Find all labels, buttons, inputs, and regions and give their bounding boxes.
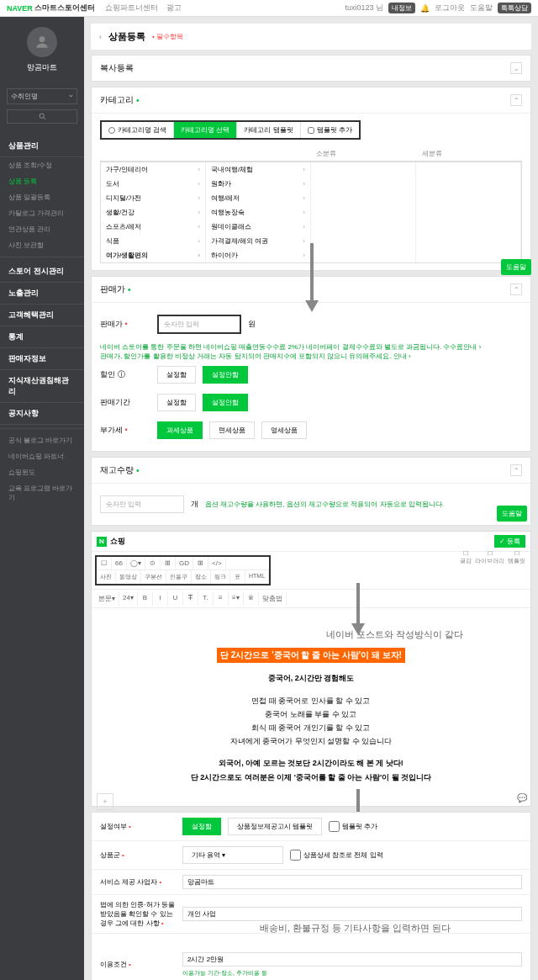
tab-search[interactable]: 카테고리명 검색: [102, 122, 174, 138]
help-button[interactable]: 도움말: [497, 506, 527, 522]
myinfo-badge[interactable]: 내정보: [388, 3, 415, 13]
add-block[interactable]: +: [97, 793, 113, 810]
toolbar-label[interactable]: 장소: [192, 570, 211, 584]
period-set[interactable]: 설정함: [157, 394, 196, 411]
search-input[interactable]: [7, 109, 77, 124]
category-item[interactable]: 원화카: [206, 177, 310, 191]
bell-icon[interactable]: 🔔: [420, 4, 430, 13]
category-item[interactable]: 생활/건강: [101, 205, 205, 220]
toolbar-label[interactable]: 구분선: [141, 570, 166, 584]
toolbar-label[interactable]: HTML: [245, 570, 269, 584]
toolbar-icon[interactable]: ☐: [97, 557, 112, 569]
category-item[interactable]: 가구/인테리어: [101, 162, 205, 177]
toolbar-format[interactable]: ※: [244, 591, 259, 606]
toolbar-format[interactable]: U: [168, 591, 183, 606]
category-item[interactable]: 디지털/가전: [101, 191, 205, 205]
toggle-icon[interactable]: ⌃: [510, 94, 522, 106]
category-item[interactable]: 여행농장숙: [206, 205, 310, 220]
category-item[interactable]: 식품: [101, 234, 205, 248]
menu-item[interactable]: 사진 보관함: [0, 237, 84, 253]
menu-group[interactable]: 상품관리: [0, 135, 84, 157]
logout-link[interactable]: 로그아웃: [435, 3, 465, 13]
toolbar-format[interactable]: ≡: [214, 591, 229, 606]
editor-save[interactable]: ✓ 등록: [494, 535, 525, 548]
toolbar-format[interactable]: B: [138, 591, 153, 606]
toolbar-icon[interactable]: GD: [176, 557, 193, 569]
menu-link[interactable]: 공식 블로그 바로가기: [0, 432, 84, 448]
price-input[interactable]: 숫자만 입력: [157, 315, 241, 334]
toolbar-format[interactable]: T̶: [183, 591, 198, 606]
tab-add-template[interactable]: 템플릿 추가: [301, 122, 359, 138]
group-select[interactable]: 기타 용역 ▾: [182, 846, 283, 864]
comment-icon[interactable]: 💬: [517, 793, 527, 803]
help-link[interactable]: 도움말: [470, 3, 493, 13]
menu-group[interactable]: 공지사항: [0, 403, 84, 425]
menu-link[interactable]: 쇼핑윈도: [0, 464, 84, 480]
vat-taxable[interactable]: 과세상품: [157, 421, 203, 439]
category-item[interactable]: 여행/레저: [206, 191, 310, 205]
vat-zero[interactable]: 영세상품: [261, 421, 307, 439]
category-item[interactable]: 하이어카: [206, 248, 310, 262]
category-item[interactable]: 여가/생활편의: [101, 248, 205, 262]
toggle-icon[interactable]: ⌵: [510, 62, 522, 74]
toolbar-format[interactable]: I: [153, 591, 168, 606]
help-button[interactable]: 도움말: [501, 259, 531, 275]
menu-item[interactable]: 상품 조회/수정: [0, 157, 84, 173]
toolbar-format[interactable]: 맞춤법: [259, 591, 287, 606]
period-unset[interactable]: 설정안함: [203, 394, 248, 411]
tab-select[interactable]: 카테고리명 선택: [174, 122, 237, 138]
toolbar-icon[interactable]: </>: [208, 557, 226, 569]
toolbar-label[interactable]: 사진: [97, 570, 116, 584]
menu-item[interactable]: 상품 등록: [0, 173, 84, 189]
menu-link[interactable]: 교육 프로그램 바로가기: [0, 480, 84, 506]
chat-badge[interactable]: 톡톡상담: [498, 3, 531, 13]
add-template[interactable]: 템플릿 추가: [329, 821, 377, 832]
category-item[interactable]: 원데이클래스: [206, 220, 310, 234]
toolbar-format[interactable]: 24▾: [119, 591, 138, 606]
toolbar-format[interactable]: ≡▾: [229, 591, 244, 606]
toolbar-label[interactable]: 링크: [211, 570, 230, 584]
toolbar-icon[interactable]: 66: [112, 557, 127, 569]
tab-ad[interactable]: 광고: [166, 3, 182, 13]
menu-link[interactable]: 네이버쇼핑 파트너: [0, 448, 84, 464]
use-input[interactable]: [182, 952, 522, 967]
tab-template[interactable]: 카테고리 탬플릿: [237, 122, 300, 138]
toolbar-icon[interactable]: ⊞: [193, 557, 208, 569]
menu-group[interactable]: 노출관리: [0, 283, 84, 305]
category-item[interactable]: 가격결제/해외 여권: [206, 234, 310, 248]
menu-item[interactable]: 카탈로그 가격관리: [0, 205, 84, 221]
toolbar-side[interactable]: ☐글감: [460, 550, 472, 565]
toolbar-label[interactable]: 인용구: [166, 570, 192, 584]
setting-on[interactable]: 설정함: [182, 818, 221, 835]
stock-input[interactable]: 숫자만 입력: [100, 495, 184, 513]
category-item[interactable]: 스포츠/레저: [101, 220, 205, 234]
toolbar-icon[interactable]: ⊞: [161, 557, 176, 569]
toolbar-side[interactable]: ☐템플릿: [508, 550, 525, 565]
menu-item[interactable]: 상품 일괄등록: [0, 189, 84, 205]
menu-group[interactable]: 지식재산권침해관리: [0, 370, 84, 403]
toggle-icon[interactable]: ⌃: [510, 283, 522, 295]
toolbar-label[interactable]: 동영상: [116, 570, 141, 584]
toolbar-icon[interactable]: ⊙: [145, 557, 161, 569]
menu-group[interactable]: 스토어 전시관리: [0, 261, 84, 283]
tab-partner[interactable]: 쇼핑파트너센터: [105, 3, 158, 13]
biz-input[interactable]: [182, 875, 522, 889]
menu-group[interactable]: 고객혜택관리: [0, 305, 84, 326]
back-icon[interactable]: ‹: [99, 33, 102, 41]
vat-exempt[interactable]: 면세상품: [209, 421, 255, 439]
detail-ref-check[interactable]: 상품상세 참조로 전체 입력: [290, 850, 383, 861]
toolbar-format[interactable]: T.: [198, 591, 214, 606]
toolbar-icon[interactable]: ◯▾: [127, 557, 145, 569]
toolbar-label[interactable]: 표: [230, 570, 245, 584]
law-input[interactable]: [182, 907, 522, 921]
toolbar-format[interactable]: 본문▾: [95, 591, 119, 606]
avatar[interactable]: [27, 27, 57, 57]
menu-group[interactable]: 통계: [0, 326, 84, 348]
discount-unset[interactable]: 설정안함: [203, 366, 248, 384]
discount-set[interactable]: 설정함: [157, 366, 196, 384]
setting-template[interactable]: 상품정보제공고시 템플릿: [228, 818, 322, 835]
toggle-icon[interactable]: ⌃: [510, 464, 522, 476]
menu-group[interactable]: 판매자정보: [0, 348, 84, 370]
category-item[interactable]: 국내여행/체험: [206, 162, 310, 177]
category-item[interactable]: 도서: [101, 177, 205, 191]
